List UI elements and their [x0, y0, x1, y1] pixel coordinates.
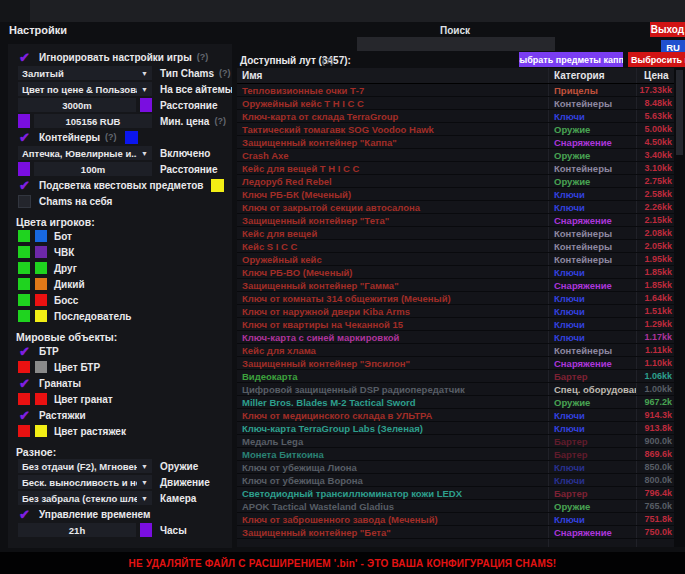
table-row[interactable]: Ключ-карта с синей маркировкой Ключи 1.1…	[237, 331, 674, 344]
table-row[interactable]: Видеокарта Бартер 1.06kk	[237, 370, 674, 383]
table-row[interactable]: Защищенный контейнер "Эпсилон" Снаряжени…	[237, 357, 674, 370]
table-row[interactable]: Ключ-карта TerraGroup Labs (Зеленая) Клю…	[237, 422, 674, 435]
dropdown[interactable]: Без забрала (стекло шлема)▼	[18, 491, 152, 505]
color-swatch[interactable]	[140, 98, 152, 112]
table-row[interactable]: Тактический томагавк SOG Voodoo Hawk Ору…	[237, 123, 674, 136]
color-swatch[interactable]	[211, 179, 224, 192]
settings-row: ✔Управление временем	[8, 506, 232, 522]
table-row[interactable]: Ледоруб Red Rebel Оружие 2.75kk	[237, 175, 674, 188]
table-row[interactable]: Ключ РБ-БК (Меченый) Ключи 2.58kk	[237, 188, 674, 201]
table-row[interactable]: Защищенный контейнер "Бета" Снаряжение 7…	[237, 526, 674, 539]
text-input[interactable]: 100m	[34, 162, 152, 176]
table-row[interactable]	[237, 539, 674, 547]
table-row[interactable]: Ключ-карта от склада TerraGroup Ключи 5.…	[237, 110, 674, 123]
table-scrollbar[interactable]	[674, 68, 685, 547]
table-row[interactable]: Медаль Lega Бартер 900.0k	[237, 435, 674, 448]
loot-name-cell: Защищенный контейнер "Бета"	[237, 526, 548, 538]
color-swatch[interactable]	[35, 262, 47, 274]
checkbox-checked-icon[interactable]: ✔	[18, 51, 31, 64]
color-swatch[interactable]	[18, 278, 30, 290]
discard-all-button[interactable]: Выбросить все	[628, 52, 685, 67]
table-row[interactable]: Ключ от комнаты 314 общежития (Меченый) …	[237, 292, 674, 305]
help-icon[interactable]: (?)	[219, 68, 231, 78]
table-row[interactable]: Ключ от медицинского склада в УЛЬТРА Клю…	[237, 409, 674, 422]
table-row[interactable]: Crash Axe Оружие 3.40kk	[237, 149, 674, 162]
table-row[interactable]: Светодиодный трансиллюминатор кожи LEDX …	[237, 487, 674, 500]
dropdown[interactable]: Без отдачи (F2), Мгновенное п▼	[18, 459, 152, 473]
table-row[interactable]: Тепловизионные очки Т-7 Прицелы 17.33kk	[237, 84, 674, 97]
scrollbar-thumb[interactable]	[676, 70, 683, 155]
color-swatch[interactable]	[35, 278, 47, 290]
text-input[interactable]: 21h	[18, 523, 136, 537]
dropdown[interactable]: Беск. выносливость и нет уста▼	[18, 475, 152, 489]
color-swatch[interactable]	[35, 246, 47, 258]
table-row[interactable]: Защищенный контейнер "Каппа" Снаряжение …	[237, 136, 674, 149]
table-row[interactable]: APOK Tactical Wasteland Gladius Оружие 7…	[237, 500, 674, 513]
table-row[interactable]: Монета Биткоина Бартер 869.6k	[237, 448, 674, 461]
color-swatch[interactable]	[18, 361, 30, 373]
table-row[interactable]: Ключ от убежища Ворона Ключи 800.0k	[237, 474, 674, 487]
text-input[interactable]: 105156 RUB	[34, 114, 152, 128]
dropdown[interactable]: Цвет по цене & Пользователь▼	[18, 82, 152, 96]
color-swatch[interactable]	[18, 425, 30, 437]
text-input[interactable]: 3000m	[18, 98, 136, 112]
checkbox-checked-icon[interactable]: ✔	[18, 179, 31, 192]
color-swatch[interactable]	[18, 162, 30, 176]
color-swatch[interactable]	[18, 393, 30, 405]
control-label: На все айтемы	[160, 84, 232, 95]
table-row[interactable]: Miller Bros. Blades M-2 Tactical Sword О…	[237, 396, 674, 409]
table-row[interactable]: Оружейный кейс T H I C C Контейнеры 8.48…	[237, 97, 674, 110]
column-header-category[interactable]: Категория	[548, 68, 636, 83]
table-row[interactable]: Ключ от закрытой секции автосалона Ключи…	[237, 201, 674, 214]
color-swatch[interactable]	[18, 310, 30, 322]
dropdown[interactable]: Залитый▼	[18, 66, 152, 80]
help-icon[interactable]: (?)	[197, 52, 209, 62]
checkbox-checked-icon[interactable]: ✔	[18, 131, 31, 144]
color-swatch[interactable]	[18, 294, 30, 306]
color-swatch[interactable]	[18, 262, 30, 274]
color-swatch[interactable]	[35, 294, 47, 306]
table-row[interactable]: Кейс для вещей Контейнеры 2.08kk	[237, 227, 674, 240]
table-row[interactable]: Защищенный контейнер "Гамма" Снаряжение …	[237, 279, 674, 292]
table-row[interactable]: Кейс для вещей T H I C C Контейнеры 3.10…	[237, 162, 674, 175]
table-row[interactable]: Кейс для хлама Контейнеры 1.11kk	[237, 344, 674, 357]
search-input[interactable]	[357, 37, 555, 51]
loot-price-cell: 1.29kk	[636, 318, 674, 330]
color-swatch[interactable]	[125, 131, 138, 144]
table-row[interactable]: Ключ от наружной двери Kiba Arms Ключи 1…	[237, 305, 674, 318]
loot-name-cell: Защищенный контейнер "Тета"	[237, 214, 548, 226]
table-row[interactable]: Оружейный кейс Контейнеры 1.95kk	[237, 253, 674, 266]
table-row[interactable]: Ключ РБ-ВО (Меченый) Ключи 1.85kk	[237, 266, 674, 279]
color-swatch[interactable]	[35, 310, 47, 322]
color-swatch[interactable]	[140, 523, 152, 537]
help-icon[interactable]: (?)	[214, 116, 226, 126]
color-swatch[interactable]	[18, 246, 30, 258]
loot-name-cell: Медаль Lega	[237, 435, 548, 447]
table-row[interactable]: Кейс S I C C Контейнеры 2.05kk	[237, 240, 674, 253]
column-header-name[interactable]: Имя	[237, 68, 548, 83]
table-row[interactable]: Ключ от квартиры на Чеканной 15 Ключи 1.…	[237, 318, 674, 331]
table-row[interactable]: Ключ от убежища Лиона Ключи 850.0k	[237, 461, 674, 474]
color-swatch[interactable]	[35, 230, 47, 242]
color-swatch[interactable]	[18, 114, 30, 128]
color-swatch[interactable]	[35, 425, 47, 437]
loot-category-cell: Контейнеры	[548, 344, 636, 356]
select-kappa-items-button[interactable]: Выбрать предметы каппа	[519, 52, 623, 67]
checkbox-checked-icon[interactable]: ✔	[18, 345, 31, 358]
checkbox-checked-icon[interactable]: ✔	[18, 409, 31, 422]
column-header-price[interactable]: Цена	[636, 68, 674, 83]
help-icon[interactable]: (?)	[105, 132, 117, 142]
help-icon[interactable]: (?)	[322, 56, 334, 66]
checkbox-checked-icon[interactable]: ✔	[18, 508, 31, 521]
color-swatch[interactable]	[18, 230, 30, 242]
checkbox-checked-icon[interactable]: ✔	[18, 377, 31, 390]
color-swatch[interactable]	[35, 393, 47, 405]
color-swatch[interactable]	[35, 361, 47, 373]
dropdown[interactable]: Аптечка, Ювелирные и...▼	[18, 146, 152, 160]
loot-name-cell: Ключ от убежища Ворона	[237, 474, 548, 486]
table-row[interactable]: Защищенный контейнер "Тета" Снаряжение 2…	[237, 214, 674, 227]
table-row[interactable]: Ключ от заброшенного завода (Меченый) Кл…	[237, 513, 674, 526]
exit-button[interactable]: Выход	[650, 22, 685, 37]
checkbox-unchecked[interactable]	[18, 195, 31, 208]
table-row[interactable]: Цифровой защищенный DSP радиопередатчик …	[237, 383, 674, 396]
